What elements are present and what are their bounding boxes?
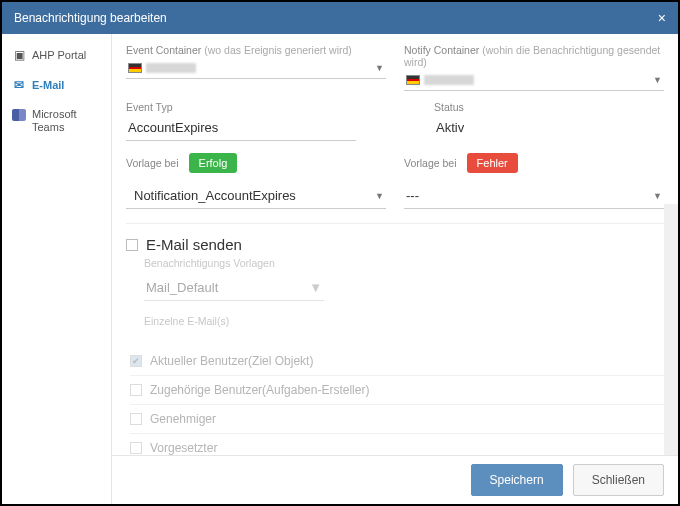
chevron-down-icon: ▼ (309, 280, 322, 295)
chevron-down-icon: ▼ (653, 191, 662, 201)
sidebar-item-label: Microsoft Teams (32, 108, 101, 134)
email-senden-toggle[interactable]: E-Mail senden (126, 236, 664, 253)
scrollbar[interactable] (664, 204, 678, 455)
status-label: Status (434, 101, 664, 113)
event-container-select[interactable]: ▼ (126, 58, 386, 79)
event-container-label: Event Container (wo das Ereignis generie… (126, 44, 386, 56)
chevron-down-icon: ▼ (375, 191, 384, 201)
email-senden-label: E-Mail senden (146, 236, 242, 253)
recipient-option[interactable]: Vorgesetzter (130, 434, 664, 455)
vorlage-erfolg-label: Vorlage bei Erfolg (126, 153, 237, 173)
mail-vorlage-value: Mail_Default (146, 280, 218, 295)
recipient-label: Aktueller Benutzer(Ziel Objekt) (150, 354, 313, 368)
vorlagen-label: Benachrichtigungs Vorlagen (144, 257, 664, 269)
fehler-badge: Fehler (467, 153, 518, 173)
erfolg-badge: Erfolg (189, 153, 238, 173)
einzelne-label: Einzelne E-Mail(s) (144, 315, 664, 327)
event-typ-value: AccountExpires (126, 115, 356, 141)
notify-container-value (406, 75, 474, 85)
chevron-down-icon: ▼ (375, 63, 384, 73)
chevron-down-icon: ▼ (653, 75, 662, 85)
dialog-title: Benachrichtigung bearbeiten (14, 11, 167, 25)
email-icon: ✉ (12, 78, 26, 92)
recipient-option[interactable]: Zugehörige Benutzer(Aufgaben-Ersteller) (130, 376, 664, 405)
sidebar-item-label: AHP Portal (32, 49, 86, 61)
flag-icon (128, 63, 142, 73)
checkbox-icon (130, 442, 142, 454)
dialog-titlebar: Benachrichtigung bearbeiten × (2, 2, 678, 34)
recipient-label: Genehmiger (150, 412, 216, 426)
vorlage-erfolg-select[interactable]: Notification_AccountExpires ▼ (126, 183, 386, 209)
form-area: Event Container (wo das Ereignis generie… (112, 34, 678, 455)
sidebar-item-email[interactable]: ✉ E-Mail (2, 70, 111, 100)
recipient-label: Vorgesetzter (150, 441, 217, 455)
sidebar-item-teams[interactable]: Microsoft Teams (2, 100, 111, 142)
vorlage-fehler-select[interactable]: --- ▼ (404, 183, 664, 209)
close-icon[interactable]: × (658, 10, 666, 26)
portal-icon: ▣ (12, 48, 26, 62)
recipient-option[interactable]: Genehmiger (130, 405, 664, 434)
flag-icon (406, 75, 420, 85)
teams-icon (12, 108, 26, 122)
sidebar: ▣ AHP Portal ✉ E-Mail Microsoft Teams (2, 34, 112, 504)
vorlage-fehler-label: Vorlage bei Fehler (404, 153, 518, 173)
sidebar-item-ahp-portal[interactable]: ▣ AHP Portal (2, 40, 111, 70)
close-button[interactable]: Schließen (573, 464, 664, 496)
checkbox-icon (130, 355, 142, 367)
status-value: Aktiv (434, 115, 664, 140)
checkbox-icon (130, 413, 142, 425)
event-container-value (128, 63, 196, 73)
vorlage-erfolg-value: Notification_AccountExpires (128, 188, 296, 203)
checkbox-icon (126, 239, 138, 251)
checkbox-icon (130, 384, 142, 396)
save-button[interactable]: Speichern (471, 464, 563, 496)
recipient-option[interactable]: Aktueller Benutzer(Ziel Objekt) (130, 347, 664, 376)
dialog-footer: Speichern Schließen (112, 455, 678, 504)
event-typ-label: Event Typ (126, 101, 356, 113)
recipient-label: Zugehörige Benutzer(Aufgaben-Ersteller) (150, 383, 369, 397)
mail-vorlage-select[interactable]: Mail_Default ▼ (144, 275, 324, 301)
sidebar-item-label: E-Mail (32, 79, 64, 91)
recipients-list: Aktueller Benutzer(Ziel Objekt) Zugehöri… (130, 347, 664, 455)
vorlage-fehler-value: --- (406, 188, 419, 203)
notify-container-select[interactable]: ▼ (404, 70, 664, 91)
notify-container-label: Notify Container (wohin die Benachrichti… (404, 44, 664, 68)
